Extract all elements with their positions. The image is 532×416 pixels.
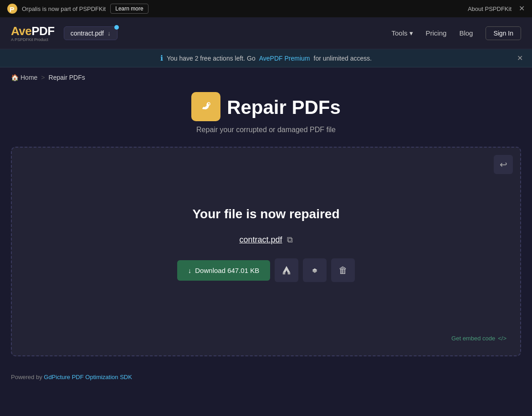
- action-buttons: ↓ Download 647.01 KB: [177, 258, 355, 282]
- repair-tool-icon: [191, 92, 220, 121]
- logo-text: AvePDF: [11, 24, 55, 38]
- page-footer: Powered by GdPicture PDF Optimization SD…: [0, 367, 532, 387]
- notif-bar-left: Orpalis is now part of PSPDFKit Learn mo…: [7, 4, 148, 14]
- tools-nav-item[interactable]: Tools ▾: [391, 29, 413, 37]
- tools-label: Tools: [391, 29, 407, 37]
- notif-bar-message: Orpalis is now part of PSPDFKit: [22, 5, 106, 12]
- notification-bar: Orpalis is now part of PSPDFKit Learn mo…: [0, 0, 532, 17]
- logo[interactable]: AvePDF A PSPDFKit Product: [11, 24, 55, 42]
- google-drive-button[interactable]: [275, 258, 298, 282]
- pspdkit-logo-icon: [7, 4, 17, 14]
- tool-card: ↩ Your file is now repaired contract.pdf…: [11, 147, 521, 356]
- powered-by-text: Powered by: [11, 374, 44, 380]
- learn-more-button[interactable]: Learn more: [110, 4, 148, 14]
- embed-label: Get embed code: [451, 335, 495, 342]
- notif-close-button[interactable]: ✕: [519, 5, 525, 12]
- banner-message-pre: You have 2 free actions left. Go: [167, 55, 256, 62]
- download-button[interactable]: ↓ Download 647.01 KB: [177, 260, 270, 281]
- embed-code-icon: </>: [498, 335, 506, 342]
- header: AvePDF A PSPDFKit Product contract.pdf ↓…: [0, 17, 532, 49]
- google-drive-icon: [281, 265, 292, 275]
- logo-ave: Ave: [11, 24, 31, 38]
- dropbox-button[interactable]: [303, 258, 327, 282]
- breadcrumb-separator: >: [41, 74, 45, 81]
- premium-link[interactable]: AvePDF Premium: [259, 55, 310, 62]
- dropbox-icon: [310, 265, 320, 275]
- main-content: Repair PDFs Repair your corrupted or dam…: [0, 87, 532, 367]
- reset-button[interactable]: ↩: [494, 155, 513, 174]
- breadcrumb-home[interactable]: 🏠 Home: [11, 74, 37, 81]
- banner-message-post: for unlimited access.: [314, 55, 372, 62]
- logo-pdf: PDF: [31, 24, 55, 38]
- sdk-link[interactable]: GdPicture PDF Optimization SDK: [44, 374, 132, 380]
- delete-icon: 🗑: [338, 265, 348, 276]
- file-pill[interactable]: contract.pdf ↓: [64, 26, 118, 40]
- breadcrumb: 🏠 Home > Repair PDFs: [0, 67, 532, 87]
- file-pill-name: contract.pdf: [71, 30, 104, 37]
- download-label: Download 647.01 KB: [195, 267, 259, 274]
- file-pill-dot: [114, 25, 119, 30]
- file-link-row: contract.pdf ⧉: [239, 235, 292, 245]
- page-header: Repair PDFs Repair your corrupted or dam…: [11, 92, 521, 134]
- breadcrumb-home-label: Home: [20, 74, 37, 81]
- embed-code-link[interactable]: Get embed code </>: [451, 335, 506, 342]
- download-arrow-icon: ↓: [188, 267, 192, 274]
- download-file-icon: ↓: [107, 30, 111, 37]
- header-nav: Tools ▾ Pricing Blog Sign In: [391, 26, 521, 40]
- home-icon: 🏠: [11, 74, 19, 81]
- pricing-nav-item[interactable]: Pricing: [426, 29, 447, 37]
- blog-nav-item[interactable]: Blog: [459, 29, 473, 37]
- banner-close-button[interactable]: ✕: [517, 54, 523, 62]
- card-footer: Get embed code </>: [26, 328, 506, 342]
- page-title-row: Repair PDFs: [11, 92, 521, 123]
- info-banner: ℹ You have 2 free actions left. Go AvePD…: [0, 49, 532, 67]
- svg-point-0: [7, 4, 17, 14]
- tools-chevron-icon: ▾: [409, 29, 413, 37]
- sign-in-button[interactable]: Sign In: [486, 26, 521, 40]
- logo-sub: A PSPDFKit Product: [11, 37, 55, 42]
- repair-icon-svg: [198, 98, 214, 115]
- open-file-icon[interactable]: ⧉: [287, 235, 293, 245]
- delete-button[interactable]: 🗑: [331, 258, 355, 282]
- about-pspdkit-link[interactable]: About PSPDFKit: [468, 5, 512, 12]
- header-left: AvePDF A PSPDFKit Product contract.pdf ↓: [11, 24, 118, 42]
- notif-bar-right: About PSPDFKit ✕: [468, 5, 525, 12]
- info-icon: ℹ: [160, 54, 163, 62]
- repaired-file-link[interactable]: contract.pdf: [239, 235, 282, 245]
- reset-icon: ↩: [500, 159, 507, 170]
- repaired-title: Your file is now repaired: [192, 207, 339, 221]
- page-title: Repair PDFs: [227, 97, 341, 118]
- card-content: Your file is now repaired contract.pdf ⧉…: [26, 161, 506, 328]
- page-subtitle: Repair your corrupted or damaged PDF fil…: [11, 126, 521, 134]
- breadcrumb-current: Repair PDFs: [49, 74, 85, 81]
